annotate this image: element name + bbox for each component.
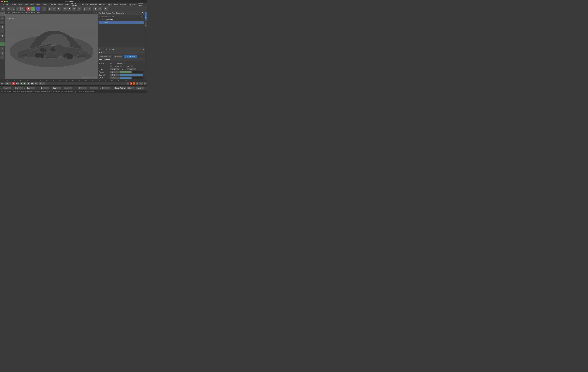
falloff-dropdown[interactable]: Linear (110, 68, 119, 70)
menu-script[interactable]: Script (113, 3, 119, 6)
play-forward-button[interactable]: ▶▶ (31, 82, 34, 85)
attrs-edit[interactable]: Edit (104, 48, 107, 50)
menu-help[interactable]: Help (127, 3, 132, 6)
z-coord-input[interactable] (26, 87, 35, 89)
layout-value[interactable]: Startup (User) (138, 3, 147, 6)
sphere-side-btn[interactable]: ○ (0, 29, 5, 33)
menu-sculpt[interactable]: Sculpt (64, 3, 71, 6)
pen-side-btn[interactable]: — (0, 38, 5, 42)
viewport[interactable]: Perspective (5, 14, 98, 79)
menu-render[interactable]: Render (57, 3, 64, 6)
vert-tab-attribute[interactable]: Attribute (145, 12, 147, 20)
undo-button[interactable]: ↩ (0, 7, 5, 11)
sculpt-side-btn[interactable]: S (0, 42, 5, 46)
menu-pipeline[interactable]: Pipeline (98, 3, 106, 6)
light-button[interactable]: ◆ (104, 7, 108, 11)
y2-coord-input[interactable] (52, 87, 61, 89)
keyframe-button[interactable]: K (127, 82, 129, 85)
viewport-panel-menu[interactable]: Panel (36, 12, 40, 14)
apply-button[interactable]: Apply (136, 87, 144, 90)
play-button[interactable]: ▶ (23, 82, 26, 85)
tab-modelling-axis[interactable]: Modelling Axis (99, 55, 112, 58)
radius-input[interactable] (110, 71, 119, 73)
h-coord-input[interactable] (78, 87, 87, 89)
y-coord-input[interactable] (15, 87, 23, 89)
x2-coord-input[interactable] (41, 87, 49, 89)
window-controls[interactable] (1, 1, 8, 2)
attrs-user-data[interactable]: User Data (108, 48, 115, 50)
camera-side-btn[interactable]: ⬤ (0, 33, 5, 38)
step-back-button[interactable]: ◀ (20, 82, 23, 85)
motion-record-button[interactable]: M (133, 82, 136, 85)
maximize-button[interactable] (6, 1, 8, 2)
menu-snap[interactable]: Snap (35, 3, 41, 6)
transform-button[interactable]: ✛ (21, 7, 25, 11)
uv-mode-button[interactable]: ○ (87, 7, 91, 11)
texture-mode-button[interactable]: ▨ (83, 7, 87, 11)
p-coord-input[interactable] (90, 87, 98, 89)
fps-button[interactable]: FPS (139, 82, 143, 85)
y-axis-button[interactable]: Y (31, 7, 35, 11)
poly-mode-button[interactable]: ⬡ (76, 7, 81, 11)
viewport-options-menu[interactable]: Options (25, 12, 30, 14)
viewport-filter-menu[interactable]: Filter (31, 12, 35, 14)
menu-plugins[interactable]: Plugins (106, 3, 113, 6)
x-axis-button[interactable]: X (26, 7, 31, 11)
paint-side-btn[interactable]: ◎ (0, 47, 5, 51)
world-coord-button[interactable]: ⊕ (42, 7, 46, 11)
viewport-cameras-menu[interactable]: Cameras (11, 12, 17, 14)
obj-search-icon[interactable]: 🔍 (142, 12, 144, 14)
viewport-display-menu[interactable]: Display (18, 12, 23, 14)
frame-start-input[interactable] (5, 82, 11, 85)
obj-toolbar-file[interactable]: File (99, 12, 101, 14)
z-axis-button[interactable]: Z (36, 7, 40, 11)
menu-animate[interactable]: Animate (41, 3, 48, 6)
restrict-checkbox[interactable] (131, 65, 133, 67)
menu-tools[interactable]: Tools (23, 3, 29, 6)
menu-mesh[interactable]: Mesh (29, 3, 35, 6)
poly-side-btn[interactable]: ⬡ (0, 21, 5, 25)
attrs-collapse-icon[interactable]: ◀ (143, 48, 144, 50)
obj-toolbar-objects[interactable]: Objects (106, 12, 111, 14)
menu-window[interactable]: Window (119, 3, 127, 6)
object-coord-dropdown[interactable]: Object (Rel) (114, 87, 126, 89)
preview-checkbox[interactable] (124, 63, 125, 64)
scale-tool-button[interactable]: ⬚ (11, 7, 15, 11)
obj-row-subdivision[interactable]: ▼ ⬡ Subdivision Sur ✓ × ⊕ ◆ (99, 15, 144, 18)
mode-dropdown[interactable]: Group (127, 68, 136, 70)
menu-mograph[interactable]: MoGraph (81, 3, 89, 6)
menu-edit[interactable]: Edit (5, 3, 10, 6)
close-button[interactable] (1, 1, 3, 2)
vert-tab-layers[interactable]: Layers (145, 20, 147, 27)
menu-motion-tracker[interactable]: Motion Tracker (70, 3, 81, 6)
play-backward-button[interactable]: ◀◀ (16, 82, 19, 85)
tab-object-axis[interactable]: Object Axis (112, 55, 124, 58)
obj-row-disc[interactable]: ○ Disc ✓ × ⊕ ◆ × (99, 21, 144, 24)
obj-toolbar-tags[interactable]: Tags (112, 12, 115, 14)
strength-input[interactable] (110, 74, 119, 76)
snap-settings-button[interactable]: ⚙ (98, 7, 102, 11)
goto-end-button[interactable]: ⏭ (35, 82, 38, 85)
tab-soft-selection[interactable]: Soft Selection (124, 55, 137, 58)
preview-button[interactable]: P (136, 82, 139, 85)
render-button[interactable]: ▶ (57, 7, 61, 11)
menu-simulate[interactable]: Simulate (48, 3, 57, 6)
b-coord-input[interactable] (102, 87, 110, 89)
z2-coord-input[interactable] (64, 87, 73, 89)
minimize-button[interactable] (4, 1, 6, 2)
x-coord-input[interactable] (3, 87, 11, 89)
obj-toolbar-edit[interactable]: Edit (102, 12, 105, 14)
record-button[interactable]: ● (12, 82, 15, 85)
select-side-btn[interactable]: ✳ (0, 16, 5, 20)
menu-file[interactable]: File (0, 3, 5, 6)
grid-side-btn[interactable]: ⊞ (0, 51, 5, 55)
width-input[interactable] (110, 77, 119, 79)
render-region-button[interactable]: ▦ (47, 7, 52, 11)
obj-toolbar-bookmarks[interactable]: Bookmarks (116, 12, 124, 14)
layer-side-btn[interactable]: ⊟ (0, 55, 5, 59)
step-forward-button[interactable]: ▶ (27, 82, 30, 85)
rubber-checkbox[interactable] (120, 65, 122, 67)
rotate-tool-button[interactable]: ○ (16, 7, 20, 11)
record-auto-button[interactable]: ● (130, 82, 133, 85)
menu-select[interactable]: Select (17, 3, 23, 6)
